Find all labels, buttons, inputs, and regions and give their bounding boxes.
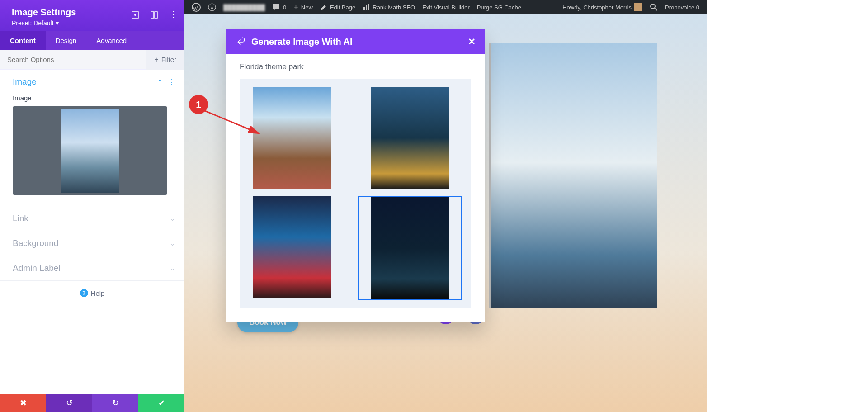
save-button[interactable]: ✔ <box>138 394 184 412</box>
search-input[interactable] <box>7 56 146 63</box>
columns-icon[interactable] <box>150 11 158 19</box>
svg-rect-7 <box>155 12 157 18</box>
svg-point-2 <box>211 7 213 9</box>
generated-image-2[interactable] <box>371 87 449 189</box>
svg-line-8 <box>205 111 259 133</box>
edit-page[interactable]: Edit Page <box>316 0 359 14</box>
modal-header: Generate Image With AI ✕ <box>226 29 485 54</box>
hero-image <box>489 43 657 308</box>
ai-image-modal: Generate Image With AI ✕ Florida theme p… <box>226 29 485 322</box>
section-admin-label-header[interactable]: Admin Label⌄ <box>0 256 184 280</box>
search-row: +Filter <box>0 50 184 70</box>
new-item[interactable]: +New <box>290 0 316 14</box>
redo-button[interactable]: ↻ <box>92 394 138 412</box>
ai-prompt-text: Florida theme park <box>240 62 471 71</box>
tab-content[interactable]: Content <box>0 31 46 50</box>
generated-image-3[interactable] <box>253 196 331 298</box>
search-icon[interactable] <box>646 0 661 14</box>
avatar <box>634 3 642 11</box>
more-icon[interactable]: ⋮ <box>169 11 177 19</box>
section-menu-icon[interactable]: ⋮ <box>168 78 175 86</box>
help-icon: ? <box>80 289 88 297</box>
annotation-arrow-icon <box>203 109 270 145</box>
back-icon[interactable] <box>235 37 245 47</box>
panel-header: Image Settings Preset: Default ▾ ⋮ <box>0 0 184 31</box>
purge-cache[interactable]: Purge SG Cache <box>473 0 525 14</box>
dashboard-icon[interactable] <box>204 0 220 14</box>
propovoice[interactable]: Propovoice 0 <box>661 0 703 14</box>
preview-thumbnail <box>61 109 119 193</box>
help-link[interactable]: ?Help <box>0 281 184 301</box>
howdy-user[interactable]: Howdy, Christopher Morris <box>559 0 646 14</box>
site-name[interactable]: ██████████ <box>220 0 269 14</box>
section-image-header[interactable]: Image ⌃⋮ <box>0 70 184 94</box>
panel-footer: ✖ ↺ ↻ ✔ <box>0 394 184 412</box>
expand-icon[interactable] <box>131 11 139 19</box>
comments-count: 0 <box>283 4 286 11</box>
preset-selector[interactable]: Preset: Default ▾ <box>12 19 175 27</box>
discard-button[interactable]: ✖ <box>0 394 46 412</box>
comments-item[interactable]: 0 <box>269 0 290 14</box>
svg-rect-6 <box>151 12 154 18</box>
tab-advanced[interactable]: Advanced <box>86 31 137 50</box>
chevron-down-icon: ⌄ <box>170 265 175 272</box>
section-link-header[interactable]: Link⌄ <box>0 206 184 231</box>
generated-image-4-selected[interactable] <box>358 196 462 300</box>
chevron-down-icon: ⌄ <box>170 215 175 222</box>
caret-down-icon: ▾ <box>56 19 59 27</box>
image-label: Image <box>13 94 175 102</box>
rank-math[interactable]: Rank Math SEO <box>359 0 419 14</box>
filter-button[interactable]: +Filter <box>146 50 184 70</box>
wp-admin-bar: ██████████ 0 +New Edit Page Rank Math SE… <box>184 0 707 14</box>
exit-visual-builder[interactable]: Exit Visual Builder <box>419 0 473 14</box>
chevron-up-icon: ⌃ <box>157 78 163 85</box>
close-icon[interactable]: ✕ <box>468 36 476 47</box>
modal-title: Generate Image With AI <box>251 37 353 47</box>
chevron-down-icon: ⌄ <box>170 240 175 247</box>
tab-design[interactable]: Design <box>46 31 87 50</box>
svg-point-3 <box>651 4 655 9</box>
annotation-1: 1 <box>189 95 208 114</box>
generated-grid <box>240 79 471 308</box>
panel-tabs: Content Design Advanced <box>0 31 184 50</box>
generated-image-4 <box>371 197 449 299</box>
section-background-header[interactable]: Background⌄ <box>0 231 184 256</box>
image-preview[interactable] <box>13 106 167 195</box>
settings-panel: Image Settings Preset: Default ▾ ⋮ Conte… <box>0 0 184 412</box>
undo-button[interactable]: ↺ <box>46 394 92 412</box>
svg-point-5 <box>134 14 136 16</box>
wp-logo[interactable] <box>188 0 204 14</box>
